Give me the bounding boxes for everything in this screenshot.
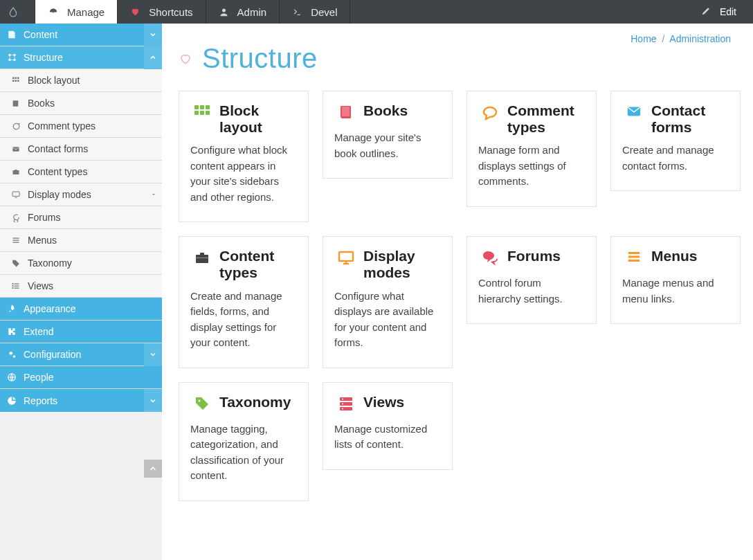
toolbar-edit[interactable]: Edit [690, 0, 753, 24]
card-description: Configure what displays are available fo… [334, 289, 441, 351]
drupal-logo[interactable] [0, 0, 35, 24]
svg-rect-21 [194, 105, 199, 109]
svg-rect-10 [15, 80, 17, 82]
heart-outline-icon[interactable] [179, 53, 192, 65]
sidebar-item-contact-forms[interactable]: Contact forms [0, 138, 162, 161]
sidebar-item-content[interactable]: Content [0, 24, 162, 46]
envelope-icon [622, 102, 646, 123]
main-content: Home / Administration Structure Block la… [162, 24, 753, 560]
bars-icon [4, 236, 28, 244]
bars-icon [622, 248, 646, 269]
toolbar-devel-label: Devel [311, 6, 337, 18]
svg-rect-22 [200, 105, 204, 109]
card-description: Configure what block content appears in … [190, 143, 297, 205]
sidebar-item-label: Display modes [28, 189, 145, 200]
chart-icon [0, 396, 24, 406]
svg-point-37 [342, 403, 343, 404]
sidebar-item-label: People [24, 372, 162, 383]
card-contact-forms[interactable]: Contact forms Create and manage contact … [610, 91, 741, 191]
sidebar-item-forums[interactable]: Forums [0, 206, 162, 229]
card-description: Manage customized lists of content. [334, 422, 441, 453]
card-books[interactable]: Books Manage your site's book outlines. [323, 91, 453, 179]
pencil-icon [701, 6, 711, 18]
card-description: Manage form and displays settings of com… [478, 143, 585, 190]
scroll-to-top-button[interactable] [144, 460, 162, 478]
toolbar-shortcuts[interactable]: Shortcuts [118, 0, 206, 24]
svg-rect-35 [340, 407, 352, 410]
sidebar-item-menus[interactable]: Menus [0, 229, 162, 252]
tag-icon [190, 394, 214, 415]
drop-icon [8, 6, 18, 17]
caret-down-icon[interactable] [145, 192, 162, 197]
svg-rect-8 [17, 78, 19, 80]
structure-icon [0, 53, 24, 62]
card-taxonomy[interactable]: Taxonomy Manage tagging, categorization,… [179, 382, 309, 501]
toolbar-admin[interactable]: Admin [206, 0, 280, 24]
sidebar-item-extend[interactable]: Extend [0, 320, 162, 343]
sidebar-item-comment-types[interactable]: Comment types [0, 115, 162, 138]
sidebar-item-label: Comment types [28, 120, 162, 132]
sidebar-item-label: Content types [28, 166, 162, 177]
svg-rect-25 [200, 111, 204, 115]
breadcrumb: Home / Administration [630, 33, 731, 44]
svg-point-15 [12, 284, 13, 284]
breadcrumb-sep: / [662, 33, 664, 44]
sidebar-item-structure[interactable]: Structure [0, 46, 162, 69]
top-toolbar: Manage Shortcuts Admin Devel Edit [0, 0, 753, 24]
card-description: Manage tagging, categorization, and clas… [190, 422, 297, 484]
briefcase-icon [4, 168, 28, 176]
sidebar-item-views[interactable]: Views [0, 275, 162, 298]
sidebar-item-reports[interactable]: Reports [0, 389, 162, 412]
svg-point-16 [12, 286, 13, 287]
sidebar-item-appearance[interactable]: Appearance [0, 298, 162, 320]
user-icon [219, 7, 229, 17]
sidebar-item-taxonomy[interactable]: Taxonomy [0, 252, 162, 275]
cards-grid: Block layout Configure what block conten… [162, 87, 753, 501]
puzzle-icon [0, 327, 24, 336]
card-display-modes[interactable]: Display modes Configure what displays ar… [323, 236, 453, 368]
server-icon [334, 394, 358, 415]
svg-rect-12 [12, 147, 19, 151]
card-title: Menus [651, 248, 698, 264]
breadcrumb-home[interactable]: Home [630, 33, 656, 44]
toolbar-manage[interactable]: Manage [35, 0, 118, 24]
breadcrumb-admin[interactable]: Administration [669, 33, 731, 44]
chevron-down-icon[interactable] [144, 343, 162, 366]
chevron-down-icon[interactable] [144, 24, 162, 46]
svg-rect-29 [196, 255, 208, 263]
sidebar-item-content-types[interactable]: Content types [0, 161, 162, 183]
chevron-up-icon[interactable] [144, 46, 162, 69]
chevron-down-icon[interactable] [144, 389, 162, 412]
sidebar-item-books[interactable]: Books [0, 92, 162, 115]
heart-icon [130, 7, 140, 17]
svg-point-32 [199, 399, 201, 401]
sidebar-item-block-layout[interactable]: Block layout [0, 69, 162, 92]
book-icon [334, 102, 358, 123]
svg-rect-24 [194, 111, 199, 115]
card-block-layout[interactable]: Block layout Configure what block conten… [179, 91, 309, 222]
card-comment-types[interactable]: Comment types Manage form and displays s… [466, 91, 597, 207]
sidebar-item-configuration[interactable]: Configuration [0, 343, 162, 366]
sidebar-item-label: Content [24, 29, 144, 40]
monitor-icon [4, 190, 28, 199]
card-title: Views [363, 394, 404, 410]
svg-rect-13 [13, 170, 19, 174]
toolbar-devel[interactable]: Devel [280, 0, 350, 24]
card-title: Contact forms [651, 102, 729, 136]
card-title: Block layout [219, 102, 297, 136]
envelope-icon [4, 145, 28, 153]
card-description: Control forum hierarchy settings. [478, 276, 585, 307]
card-content-types[interactable]: Content types Create and manage fields, … [179, 236, 309, 368]
svg-point-38 [342, 408, 343, 409]
rocket-icon [0, 304, 24, 314]
card-views[interactable]: Views Manage customized lists of content… [323, 382, 453, 470]
list-icon [4, 282, 28, 290]
sidebar-item-people[interactable]: People [0, 366, 162, 389]
card-menus[interactable]: Menus Manage menus and menu links. [610, 236, 741, 324]
card-forums[interactable]: Forums Control forum hierarchy settings. [466, 236, 597, 324]
dashboard-icon [48, 7, 59, 17]
svg-rect-27 [342, 107, 350, 116]
toolbar-manage-label: Manage [67, 6, 105, 18]
sidebar-item-display-modes[interactable]: Display modes [0, 183, 162, 206]
comment-icon [4, 122, 28, 131]
